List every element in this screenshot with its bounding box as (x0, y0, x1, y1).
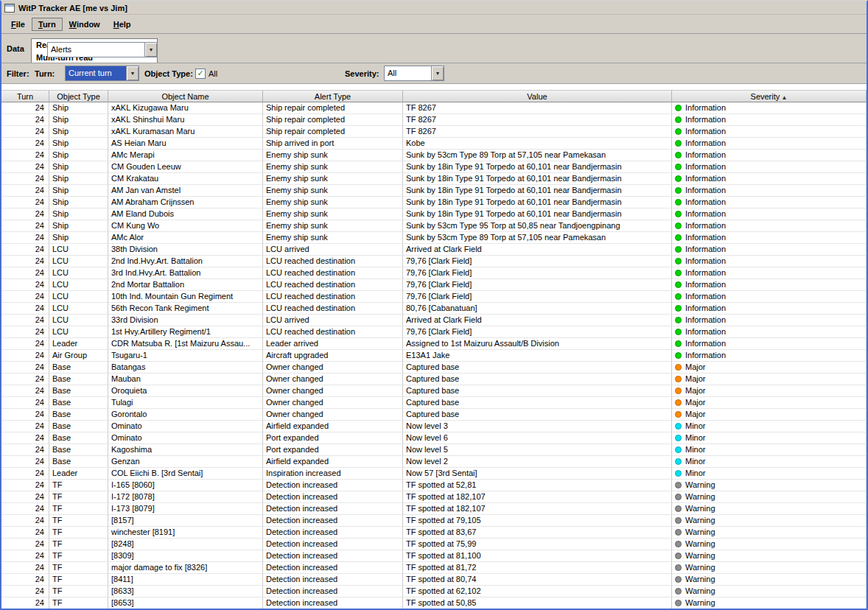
table-row[interactable]: 24LCU2nd Mortar BattalionLCU reached des… (1, 279, 867, 291)
turn-cell: 24 (1, 456, 49, 468)
table-row[interactable]: 24BaseGenzanAirfield expandedNow level 2… (1, 456, 867, 468)
column-header-alert-type[interactable]: Alert Type (263, 90, 403, 102)
object-name-cell: 38th Division (108, 244, 263, 256)
menu-file[interactable]: File (4, 18, 32, 31)
table-row[interactable]: 24ShipCM KrakatauEnemy ship sunkSunk by … (1, 173, 867, 185)
object-type-all-checkbox[interactable] (195, 69, 206, 79)
column-header-turn[interactable]: Turn (1, 90, 49, 102)
table-row[interactable]: 24ShipAS Heian MaruShip arrived in portK… (1, 138, 867, 150)
turn-cell: 24 (1, 173, 49, 185)
table-row[interactable]: 24LCU2nd Ind.Hvy.Art. BattalionLCU reach… (1, 256, 867, 267)
table-row[interactable]: 24LCU10th Ind. Mountain Gun RegimentLCU … (1, 291, 867, 303)
data-selector-combo[interactable]: Alerts ▼ (47, 42, 158, 57)
object-type-cell: Ship (49, 161, 108, 173)
column-header-severity[interactable]: Severity ▲ (672, 90, 867, 102)
table-row[interactable]: 24LeaderCOL Eiichi B. [3rd Sentai]Inspir… (1, 468, 867, 480)
severity-dot-icon (675, 529, 682, 536)
table-row[interactable]: 24TF[8248]Detection increasedTF spotted … (1, 539, 867, 550)
object-name-cell: CM Gouden Leeuw (108, 161, 263, 173)
chevron-down-icon[interactable]: ▼ (144, 43, 157, 57)
table-row[interactable]: 24ShipCM Gouden LeeuwEnemy ship sunkSunk… (1, 161, 867, 173)
alert-type-cell: Detection increased (263, 491, 403, 503)
object-name-cell: 33rd Division (108, 315, 263, 326)
turn-cell: 24 (1, 150, 49, 161)
severity-cell: Major (672, 409, 867, 421)
table-row[interactable]: 24ShipAM Eland DuboisEnemy ship sunkSunk… (1, 208, 867, 220)
table-row[interactable]: 24ShipAMc MerapiEnemy ship sunkSunk by 5… (1, 150, 867, 161)
object-name-cell: Batangas (108, 362, 263, 374)
table-row[interactable]: 24ShipAM Abraham CrijnssenEnemy ship sun… (1, 197, 867, 208)
severity-cell: Information (672, 256, 867, 267)
table-row[interactable]: 24TFI-173 [8079]Detection increasedTF sp… (1, 503, 867, 515)
turn-cell: 24 (1, 597, 49, 609)
menu-window[interactable]: Window (63, 18, 107, 31)
table-row[interactable]: 24BaseOroquietaOwner changedCaptured bas… (1, 385, 867, 397)
table-row[interactable]: 24BaseBatangasOwner changedCaptured base… (1, 362, 867, 374)
severity-cell: Warning (672, 503, 867, 515)
turn-cell: 24 (1, 480, 49, 491)
turn-cell: 24 (1, 362, 49, 374)
column-header-object-type[interactable]: Object Type (49, 90, 108, 102)
alert-type-cell: Ship repair completed (263, 126, 403, 138)
table-row[interactable]: 24BaseTulagiOwner changedCaptured baseMa… (1, 397, 867, 409)
chevron-down-icon[interactable]: ▼ (126, 66, 139, 80)
table-row[interactable]: 24ShipCM Kung WoEnemy ship sunkSunk by 5… (1, 220, 867, 232)
alert-type-cell: LCU arrived (263, 315, 403, 326)
table-row[interactable]: 24LCU33rd DivisionLCU arrivedArrived at … (1, 315, 867, 326)
table-row[interactable]: 24Air GroupTsugaru-1Aircraft upgradedE13… (1, 350, 867, 362)
title-bar[interactable]: WitP Tracker AE [me vs Jim] (1, 1, 867, 15)
table-row[interactable]: 24ShipxAKL Kizugawa MaruShip repair comp… (1, 102, 867, 114)
table-row[interactable]: 24TFmajor damage to fix [8326]Detection … (1, 562, 867, 574)
value-cell: Sunk by 53cm Type 89 Torp at 57,105 near… (403, 150, 672, 161)
table-row[interactable]: 24TF[8309]Detection increasedTF spotted … (1, 550, 867, 562)
table-row[interactable]: 24BaseKagoshimaPort expandedNow level 5M… (1, 444, 867, 456)
alert-type-cell: Detection increased (263, 527, 403, 539)
turn-cell: 24 (1, 468, 49, 480)
table-row[interactable]: 24TF[8633]Detection increasedTF spotted … (1, 586, 867, 597)
object-name-cell: AS Heian Maru (108, 138, 263, 150)
table-row[interactable]: 24LeaderCDR Matsuba R. [1st Maizuru Assa… (1, 338, 867, 350)
table-row[interactable]: 24TFwinchester [8191]Detection increased… (1, 527, 867, 539)
table-row[interactable]: 24TF[8411]Detection increasedTF spotted … (1, 574, 867, 586)
table-row[interactable]: 24TFI-165 [8060]Detection increasedTF sp… (1, 480, 867, 491)
alert-type-cell: Ship repair completed (263, 114, 403, 126)
table-row[interactable]: 24ShipxAKL Shinshui MaruShip repair comp… (1, 114, 867, 126)
table-row[interactable]: 24TFI-172 [8078]Detection increasedTF sp… (1, 491, 867, 503)
table-header-row: TurnObject TypeObject NameAlert TypeValu… (1, 90, 867, 102)
alert-type-cell: Detection increased (263, 503, 403, 515)
table-row[interactable]: 24ShipxAKL Kuramasan MaruShip repair com… (1, 126, 867, 138)
table-row[interactable]: 24BaseOminatoAirfield expandedNow level … (1, 421, 867, 432)
chevron-down-icon[interactable]: ▼ (431, 66, 444, 80)
table-row[interactable]: 24BaseOminatoPort expandedNow level 6Min… (1, 432, 867, 444)
severity-filter-combo[interactable]: All ▼ (384, 66, 444, 81)
menu-turn[interactable]: Turn (32, 18, 63, 31)
object-type-cell: TF (49, 562, 108, 574)
object-name-cell: COL Eiichi B. [3rd Sentai] (108, 468, 263, 480)
severity-cell: Warning (672, 562, 867, 574)
table-row[interactable]: 24LCU1st Hvy.Artillery Regiment/1LCU rea… (1, 326, 867, 338)
severity-cell: Minor (672, 421, 867, 432)
object-type-cell: Base (49, 456, 108, 468)
value-cell: 79,76 [Clark Field] (403, 256, 672, 267)
table-row[interactable]: 24BaseMaubanOwner changedCaptured baseMa… (1, 374, 867, 385)
table-row[interactable]: 24LCU56th Recon Tank RegimentLCU reached… (1, 303, 867, 315)
severity-dot-icon (675, 352, 682, 359)
table-row[interactable]: 24TF[8157]Detection increasedTF spotted … (1, 515, 867, 527)
table-row[interactable]: 24LCU3rd Ind.Hvy.Art. BattalionLCU reach… (1, 267, 867, 279)
value-cell: Captured base (403, 397, 672, 409)
menu-help[interactable]: Help (107, 18, 138, 31)
filter-label: Filter: (7, 69, 29, 78)
table-row[interactable]: 24ShipAMc AlorEnemy ship sunkSunk by 53c… (1, 232, 867, 244)
column-header-value[interactable]: Value (403, 90, 672, 102)
table-row[interactable]: 24LCU38th DivisionLCU arrivedArrived at … (1, 244, 867, 256)
table-row[interactable]: 24ShipAM Jan van AmstelEnemy ship sunkSu… (1, 185, 867, 197)
table-row[interactable]: 24TF[8653]Detection increasedTF spotted … (1, 597, 867, 609)
column-header-object-name[interactable]: Object Name (108, 90, 263, 102)
severity-cell: Information (672, 315, 867, 326)
object-name-cell: AMc Merapi (108, 150, 263, 161)
turn-filter-combo[interactable]: Current turn ▼ (65, 66, 139, 81)
turn-cell: 24 (1, 550, 49, 562)
table-row[interactable]: 24BaseGorontaloOwner changedCaptured bas… (1, 409, 867, 421)
severity-cell: Information (672, 102, 867, 114)
data-selector-value: Alerts (48, 43, 144, 57)
